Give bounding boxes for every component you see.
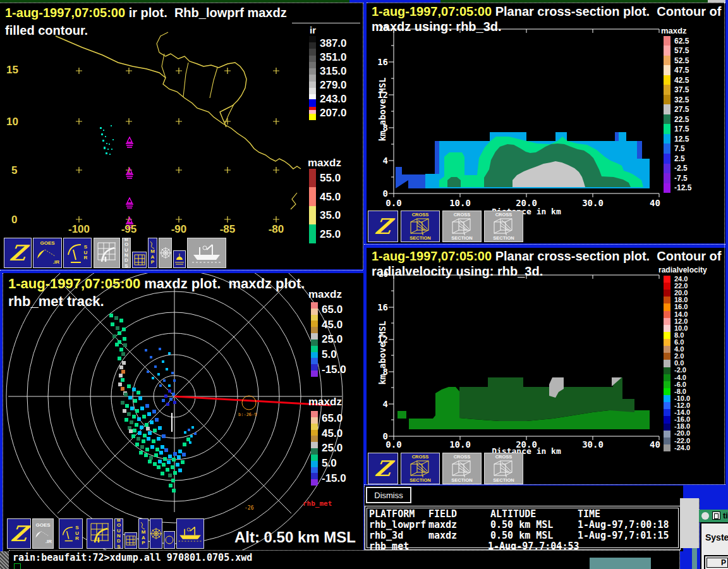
window-menu-button[interactable]: [701, 512, 709, 520]
table-header: ALTITUDE: [490, 508, 536, 520]
radar-echo-cell: [131, 434, 135, 438]
plot-title-text: ir plot. Rhb_lowprf maxdz: [125, 6, 287, 20]
lon-tick-label: -85: [209, 223, 246, 236]
toolbar-surveillance-button[interactable]: SUR: [63, 238, 92, 268]
toolbar-polar-grid-button[interactable]: [159, 238, 172, 268]
map-graticule-marks: [76, 68, 279, 223]
toolbar-radar-grid-button[interactable]: [94, 238, 120, 268]
radar-echo-cell: [173, 379, 176, 382]
radar-echo-cell: [143, 434, 147, 437]
radar-echo-cell: [114, 316, 118, 320]
radar-echo-cell: [136, 391, 140, 395]
radar-echo-cell: [139, 451, 143, 455]
colorbar-tick-label: -2.0: [674, 367, 690, 374]
colorbar-tick-label: -22.0: [674, 437, 690, 444]
radar-echo-cell: [135, 423, 138, 427]
window-iconify-button[interactable]: [712, 511, 720, 520]
radar-echo-cell: [159, 451, 163, 455]
toolbar-map-button[interactable]: MAP: [138, 518, 149, 549]
radar-echo-cell: [150, 420, 154, 424]
toolbar-buoy-button[interactable]: [173, 250, 186, 268]
radar-echo-cell: [136, 437, 140, 441]
satellite-dish-icon: [35, 528, 51, 539]
radar-echo-cell: [123, 343, 127, 347]
radar-echo-cell: [121, 352, 125, 356]
range-rings: [6, 273, 343, 551]
toolbar-zebra-button[interactable]: Z: [7, 518, 31, 549]
colorbar-tick-label: 52.5: [674, 57, 691, 64]
cross-section-button-1[interactable]: CROSS SECTION: [401, 211, 440, 242]
toolbar-polar-grid-button[interactable]: [150, 518, 162, 549]
radar-echo-cell: [140, 425, 143, 429]
cube-icon: [451, 217, 473, 236]
colorbar-tick-label: 45.0: [322, 319, 346, 330]
toolbar-goes-ir-button[interactable]: GOES .IR: [32, 518, 54, 549]
radar-echo-cell: [157, 373, 160, 376]
radar-echo-cell: [138, 431, 142, 435]
cross-section-button-1[interactable]: CROSS SECTION: [401, 453, 440, 484]
radar-echo-cell: [149, 456, 153, 460]
wm-resize-corner[interactable]: [0, 551, 9, 569]
zebra-logo-icon: Z: [373, 214, 392, 239]
radar-echo-cell: [127, 384, 131, 388]
plot-timestamp: 1-aug-1997,07:05:00: [5, 6, 125, 20]
track-marker-label: b:-26-9: [238, 412, 257, 417]
cross-section-button-3[interactable]: CROSS SECTION: [484, 211, 523, 242]
colorbar-ppi-maxdz-2: 65.045.025.05.0-15.0: [311, 411, 346, 486]
colorbar-gradient: [311, 302, 318, 377]
radar-echo-cell: [152, 439, 155, 443]
toolbar-bounds-button[interactable]: BOUNDS: [122, 238, 131, 268]
corner-window-titlebar[interactable]: ti: [699, 510, 728, 522]
toolbar-grid-button[interactable]: [132, 252, 147, 268]
radar-echo-cell: [145, 423, 149, 427]
colorbar-tick-label: 65.0: [322, 304, 346, 315]
colorbar-tick-label: 27.5: [674, 106, 691, 113]
toolbar-surveillance-button[interactable]: SUR: [59, 518, 83, 549]
radar-echo-cell: [164, 395, 167, 398]
toolbar-ship-button[interactable]: [176, 518, 204, 549]
desktop-root: 1-aug-1997,07:05:00 ir plot. Rhb_lowprf …: [0, 0, 728, 569]
panel-title: 1-aug-1997,07:05:00 maxdz plot. maxdz pl…: [8, 276, 305, 292]
corner-dialog-text: Syste: [705, 532, 728, 542]
dismiss-button[interactable]: Dismiss: [366, 487, 411, 503]
track-position-marker: [242, 396, 256, 410]
cross-section-button-2[interactable]: CROSS SECTION: [442, 211, 482, 242]
colorbar-tick-label: 7.5: [674, 145, 691, 152]
colorbar-ir: 387.0351.0315.0279.0243.0207.0: [309, 36, 347, 120]
colorbar-gradient: [311, 411, 318, 486]
toolbar-zebra-button[interactable]: Z: [368, 211, 398, 242]
radar-echo-cell: [130, 420, 133, 424]
terminal-window[interactable]: rain:beaufait:72>xdump.all 970801.0705.x…: [9, 550, 680, 569]
toolbar-radar-grid-button[interactable]: [87, 518, 113, 549]
radar-echo-cell: [161, 472, 164, 475]
toolbar-circle-button[interactable]: [164, 531, 175, 549]
toolbar-bounds-button[interactable]: BOUNDS: [114, 518, 123, 549]
corner-dialog-button[interactable]: P: [704, 555, 728, 569]
wm-frame-line: [364, 244, 725, 245]
colorbar-tick-label: 55.0: [320, 173, 341, 183]
toolbar-ship-button[interactable]: [187, 238, 226, 268]
radar-echo-cell: [138, 396, 142, 400]
corner-dialog-window: Syste P: [700, 522, 728, 569]
radar-echo-cell: [115, 343, 119, 346]
toolbar-zebra-button[interactable]: Z: [4, 238, 32, 268]
panel-radar-ppi: b:-26-9 -26 1-aug-1997,07:05:00 maxdz pl…: [3, 273, 363, 551]
cube-icon: [492, 217, 515, 236]
colorbar-divider: [292, 23, 360, 23]
cross-section-button-3[interactable]: CROSS SECTION: [484, 453, 523, 484]
radar-echo-cell: [163, 379, 166, 382]
toolbar-grid-button[interactable]: [124, 532, 137, 549]
colorbar-tick-label: -15.0: [322, 473, 346, 484]
lon-tick-label: -80: [257, 223, 295, 236]
radar-echo-cell: [147, 412, 151, 416]
toolbar-goes-ir-button[interactable]: GOES .IR: [33, 238, 62, 268]
satellite-cloud-speckles: [100, 125, 114, 155]
colorbar-tick-label: 57.5: [674, 47, 691, 54]
radar-echo-cell: [155, 448, 159, 451]
radar-echo-cell: [119, 374, 123, 377]
colorbar-tick-label: 243.0: [320, 94, 347, 104]
toolbar-map-button[interactable]: MAP: [148, 238, 157, 268]
cross-section-button-2[interactable]: CROSS SECTION: [442, 453, 482, 484]
toolbar-zebra-button[interactable]: Z: [368, 453, 398, 484]
sur-label: SUR: [75, 525, 80, 541]
